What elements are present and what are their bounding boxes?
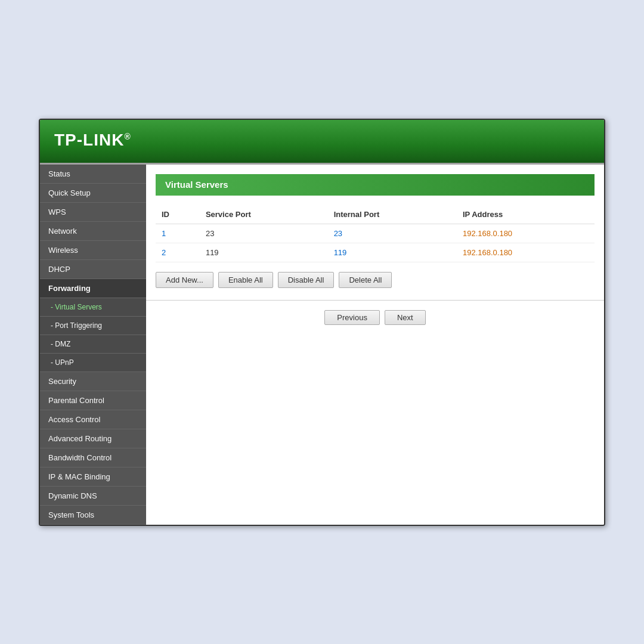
cell-id[interactable]: 2 <box>156 243 200 262</box>
cell-service-port: 23 <box>200 224 328 243</box>
sidebar-item-status[interactable]: Status <box>40 165 146 184</box>
cell-ip-address[interactable]: 192.168.0.180 <box>457 224 595 243</box>
sidebar-item-advanced-routing[interactable]: Advanced Routing <box>40 429 146 448</box>
table-row: 12323192.168.0.180 <box>156 224 595 243</box>
sidebar: Status Quick Setup WPS Network Wireless … <box>40 165 146 525</box>
col-internal-port: Internal Port <box>328 205 457 224</box>
sidebar-item-access-control[interactable]: Access Control <box>40 410 146 429</box>
disable-all-button[interactable]: Disable All <box>278 272 335 288</box>
sidebar-item-dynamic-dns[interactable]: Dynamic DNS <box>40 487 146 506</box>
brand-name: TP-LINK <box>54 131 124 149</box>
cell-id[interactable]: 1 <box>156 224 200 243</box>
table-row: 2119119192.168.0.180 <box>156 243 595 262</box>
add-new-button[interactable]: Add New... <box>156 272 213 288</box>
pagination: Previous Next <box>146 303 604 332</box>
next-button[interactable]: Next <box>385 310 426 325</box>
col-service-port: Service Port <box>200 205 328 224</box>
cell-internal-port[interactable]: 23 <box>328 224 457 243</box>
sidebar-item-virtual-servers[interactable]: - Virtual Servers <box>40 298 146 317</box>
previous-button[interactable]: Previous <box>324 310 380 325</box>
sidebar-item-ip-mac-binding[interactable]: IP & MAC Binding <box>40 467 146 487</box>
cell-service-port: 119 <box>200 243 328 262</box>
action-buttons: Add New... Enable All Disable All Delete… <box>146 267 604 298</box>
sidebar-item-dmz[interactable]: - DMZ <box>40 335 146 354</box>
table-section: ID Service Port Internal Port IP Address… <box>146 196 604 267</box>
sidebar-item-upnp[interactable]: - UPnP <box>40 354 146 372</box>
sidebar-item-wps[interactable]: WPS <box>40 203 146 222</box>
cell-internal-port[interactable]: 119 <box>328 243 457 262</box>
divider <box>146 300 604 301</box>
sidebar-item-network[interactable]: Network <box>40 222 146 241</box>
header: TP-LINK® <box>40 120 604 165</box>
main-layout: Status Quick Setup WPS Network Wireless … <box>40 165 604 525</box>
sidebar-item-system-tools[interactable]: System Tools <box>40 506 146 525</box>
sidebar-item-port-triggering[interactable]: - Port Triggering <box>40 317 146 335</box>
sidebar-item-forwarding[interactable]: Forwarding <box>40 279 146 298</box>
content-area: Virtual Servers ID Service Port Internal… <box>146 165 604 525</box>
delete-all-button[interactable]: Delete All <box>339 272 392 288</box>
col-ip-address: IP Address <box>457 205 595 224</box>
enable-all-button[interactable]: Enable All <box>218 272 273 288</box>
brand-reg: ® <box>124 131 131 141</box>
sidebar-item-security[interactable]: Security <box>40 372 146 391</box>
sidebar-item-quick-setup[interactable]: Quick Setup <box>40 184 146 203</box>
sidebar-item-parental-control[interactable]: Parental Control <box>40 391 146 410</box>
page-title: Virtual Servers <box>165 179 228 190</box>
col-id: ID <box>156 205 200 224</box>
router-window: TP-LINK® Status Quick Setup WPS Network … <box>39 119 605 526</box>
virtual-servers-table: ID Service Port Internal Port IP Address… <box>156 205 595 262</box>
sidebar-item-dhcp[interactable]: DHCP <box>40 260 146 279</box>
brand-logo: TP-LINK® <box>54 131 590 150</box>
sidebar-item-bandwidth-control[interactable]: Bandwidth Control <box>40 448 146 467</box>
sidebar-item-wireless[interactable]: Wireless <box>40 241 146 260</box>
page-title-bar: Virtual Servers <box>156 174 595 196</box>
cell-ip-address[interactable]: 192.168.0.180 <box>457 243 595 262</box>
